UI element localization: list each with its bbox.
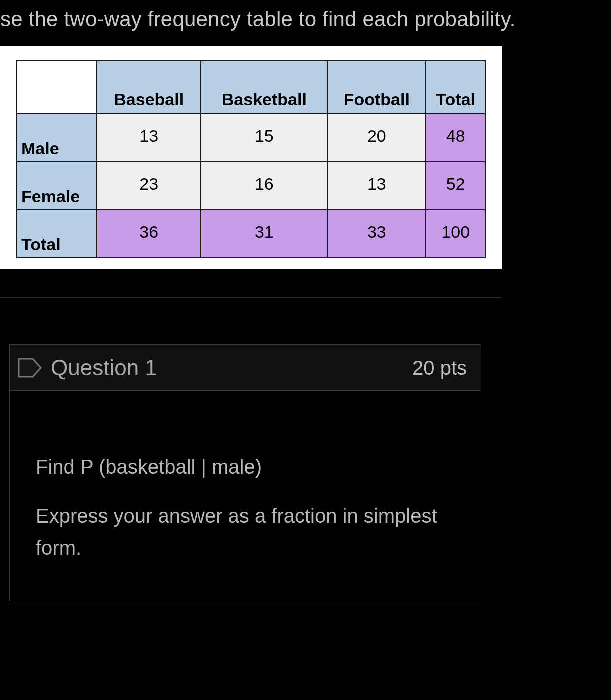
cell: 20 xyxy=(327,114,426,162)
frequency-table-card: Baseball Basketball Football Total Male … xyxy=(0,46,502,269)
cell-total: 100 xyxy=(426,210,485,258)
tag-icon xyxy=(18,358,42,378)
divider xyxy=(0,297,502,298)
cell: 23 xyxy=(97,162,201,210)
table-row-total: Total 36 31 33 100 xyxy=(17,210,485,258)
question-header-left: Question 1 xyxy=(18,355,157,380)
row-header-female: Female xyxy=(17,162,97,210)
col-header-basketball: Basketball xyxy=(201,61,327,114)
question-header: Question 1 20 pts xyxy=(10,345,481,391)
table-row: Female 23 16 13 52 xyxy=(17,162,485,210)
row-header-male: Male xyxy=(17,114,97,162)
question-body: Find P (basketball | male) Express your … xyxy=(10,391,481,601)
row-header-total: Total xyxy=(17,210,97,258)
question-prompt-2: Express your answer as a fraction in sim… xyxy=(36,500,455,564)
table-row: Male 13 15 20 48 xyxy=(17,114,485,162)
cell: 15 xyxy=(201,114,327,162)
svg-marker-0 xyxy=(19,359,41,377)
question-points: 20 pts xyxy=(412,357,467,379)
col-header-baseball: Baseball xyxy=(97,61,201,114)
cell-total: 52 xyxy=(426,162,485,210)
cell: 13 xyxy=(327,162,426,210)
col-header-total: Total xyxy=(426,61,485,114)
cell-total: 31 xyxy=(201,210,327,258)
cell-total: 36 xyxy=(97,210,201,258)
instruction-text: se the two-way frequency table to find e… xyxy=(0,0,502,46)
cell-total: 33 xyxy=(327,210,426,258)
frequency-table: Baseball Basketball Football Total Male … xyxy=(16,60,486,258)
cell: 16 xyxy=(201,162,327,210)
table-header-row: Baseball Basketball Football Total xyxy=(17,61,485,114)
question-prompt-1: Find P (basketball | male) xyxy=(36,451,455,483)
question-title: Question 1 xyxy=(51,355,157,380)
question-card: Question 1 20 pts Find P (basketball | m… xyxy=(9,344,481,601)
cell-total: 48 xyxy=(426,114,485,162)
cell: 13 xyxy=(97,114,201,162)
col-header-football: Football xyxy=(327,61,426,114)
table-corner-cell xyxy=(17,61,97,114)
